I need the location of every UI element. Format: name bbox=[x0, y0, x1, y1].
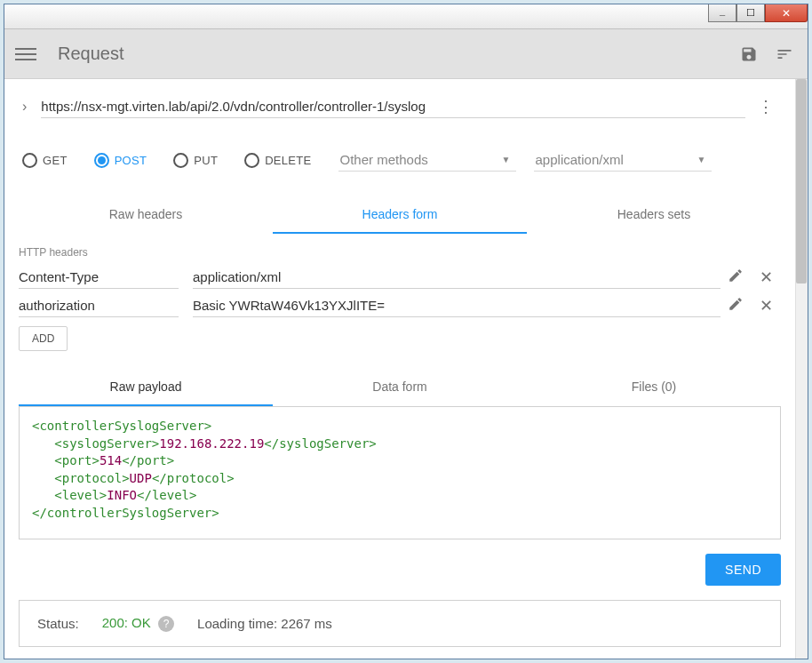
window-controls bbox=[708, 4, 808, 28]
xml-tag: <level> bbox=[54, 488, 107, 502]
xml-tag: </protocol> bbox=[152, 471, 235, 485]
method-get-label: GET bbox=[43, 154, 68, 167]
xml-value: 192.168.222.19 bbox=[159, 436, 264, 451]
xml-tag: </controllerSyslogServer> bbox=[32, 506, 219, 520]
method-delete[interactable]: DELETE bbox=[244, 153, 311, 168]
tab-files[interactable]: Files (0) bbox=[527, 369, 781, 406]
edit-icon[interactable] bbox=[720, 296, 751, 316]
other-methods-label: Other methods bbox=[340, 152, 428, 167]
method-row: GET POST PUT DELETE Other methods ▼ bbox=[19, 124, 781, 180]
content-type-dropdown[interactable]: application/xml ▼ bbox=[534, 148, 712, 172]
more-icon[interactable]: ⋮ bbox=[758, 97, 774, 116]
tab-data-form[interactable]: Data form bbox=[273, 369, 527, 406]
send-row: SEND bbox=[19, 554, 781, 586]
method-delete-label: DELETE bbox=[265, 154, 311, 167]
header-name-input[interactable] bbox=[19, 266, 179, 289]
send-button[interactable]: SEND bbox=[705, 554, 781, 586]
scrollbar[interactable] bbox=[795, 79, 808, 659]
xml-tag: </level> bbox=[137, 488, 196, 502]
xml-tag: <protocol> bbox=[54, 471, 129, 485]
delete-icon[interactable]: ✕ bbox=[751, 296, 781, 316]
titlebar bbox=[4, 4, 808, 29]
status-label: Status: bbox=[37, 616, 79, 631]
url-input[interactable] bbox=[41, 95, 745, 118]
content-type-label: application/xml bbox=[536, 152, 624, 167]
chevron-down-icon: ▼ bbox=[502, 155, 511, 164]
edit-icon[interactable] bbox=[720, 268, 751, 288]
loading-time: Loading time: 2267 ms bbox=[197, 616, 332, 631]
header-row: ✕ bbox=[19, 294, 781, 317]
xml-value: UDP bbox=[130, 471, 152, 485]
xml-value: INFO bbox=[107, 488, 137, 502]
payload-tabs: Raw payload Data form Files (0) bbox=[19, 369, 781, 406]
toolbar-title: Request bbox=[58, 44, 124, 64]
save-icon[interactable] bbox=[736, 42, 761, 67]
help-icon[interactable]: ? bbox=[158, 616, 174, 632]
maximize-button[interactable] bbox=[736, 4, 765, 22]
minimize-button[interactable] bbox=[708, 4, 736, 22]
method-put-label: PUT bbox=[194, 154, 218, 167]
add-header-button[interactable]: ADD bbox=[19, 326, 68, 351]
tab-raw-headers[interactable]: Raw headers bbox=[19, 196, 273, 234]
xml-tag: </syslogServer> bbox=[264, 436, 376, 451]
method-post[interactable]: POST bbox=[94, 153, 147, 168]
other-methods-dropdown[interactable]: Other methods ▼ bbox=[338, 148, 516, 172]
xml-tag: <syslogServer> bbox=[54, 436, 159, 451]
header-value-input[interactable] bbox=[193, 266, 720, 289]
header-name-input[interactable] bbox=[19, 294, 179, 317]
chevron-down-icon: ▼ bbox=[697, 155, 706, 164]
close-button[interactable] bbox=[765, 4, 808, 22]
xml-tag: <port> bbox=[54, 453, 100, 467]
payload-editor[interactable]: <controllerSyslogServer> <syslogServer>1… bbox=[19, 406, 781, 539]
expand-icon[interactable]: › bbox=[22, 99, 27, 115]
scrollbar-thumb[interactable] bbox=[796, 79, 807, 284]
tab-headers-sets[interactable]: Headers sets bbox=[527, 196, 781, 234]
method-put[interactable]: PUT bbox=[173, 153, 218, 168]
delete-icon[interactable]: ✕ bbox=[751, 268, 781, 287]
xml-value: 514 bbox=[100, 453, 122, 467]
header-tabs: Raw headers Headers form Headers sets bbox=[19, 196, 781, 234]
tab-raw-payload[interactable]: Raw payload bbox=[19, 369, 273, 406]
xml-tag: <controllerSyslogServer> bbox=[32, 419, 211, 433]
status-box: Status: 200: OK ? Loading time: 2267 ms bbox=[19, 600, 781, 647]
header-value-input[interactable] bbox=[193, 294, 720, 317]
tab-headers-form[interactable]: Headers form bbox=[273, 196, 527, 234]
url-row: › ⋮ bbox=[19, 79, 781, 124]
toolbar: Request bbox=[4, 29, 808, 79]
status-code: 200: OK bbox=[102, 615, 151, 630]
header-row: ✕ bbox=[19, 266, 781, 289]
app-window: Request › ⋮ GET bbox=[4, 4, 808, 659]
content-area: › ⋮ GET POST PUT DELE bbox=[4, 79, 808, 659]
filter-list-icon[interactable] bbox=[772, 42, 797, 67]
xml-tag: </port> bbox=[122, 453, 174, 467]
method-get[interactable]: GET bbox=[22, 153, 68, 168]
http-headers-label: HTTP headers bbox=[19, 246, 781, 259]
menu-icon[interactable] bbox=[15, 48, 36, 60]
method-post-label: POST bbox=[115, 154, 147, 167]
